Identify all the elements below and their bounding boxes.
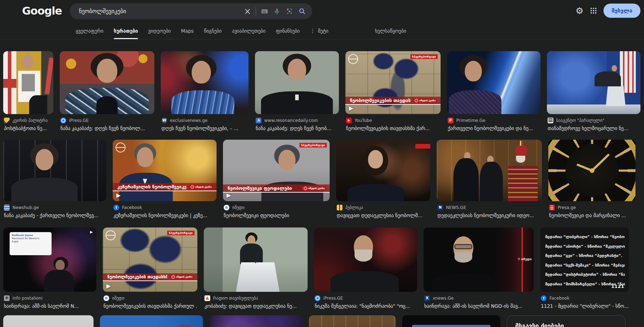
result-thumbnail[interactable] — [204, 227, 308, 292]
related-searches-panel[interactable]: მსგავსი ძიებები — [507, 315, 626, 327]
result-thumbnail[interactable] — [161, 51, 249, 114]
imedi-kvira-logo: იმედის კვირა — [188, 184, 214, 189]
tab-all[interactable]: ყველაფერი — [76, 22, 103, 39]
image-result[interactable]: კეზერაშვილის ნეობოლშევიკები იმედის კვირა… — [113, 140, 217, 219]
result-thumbnail[interactable]: მოძრაობა ქალთა Movement for Women's Publ… — [3, 227, 96, 292]
result-title[interactable]: კეზერაშვილის ნეობოლშევიკები | კეზე... — [113, 212, 217, 219]
play-icon[interactable]: ▶ — [116, 193, 121, 198]
search-input[interactable] — [78, 7, 244, 15]
result-title[interactable]: კობახიძე: დავიცვათ დედაეკლესია ნე... — [204, 302, 308, 310]
decor — [453, 158, 479, 201]
result-thumbnail[interactable] — [3, 51, 53, 114]
result-thumbnail[interactable] — [447, 51, 541, 114]
result-thumbnail[interactable]: სპეცრეპორტაჟი ნეობოლშევიკების თავდასხმა … — [345, 51, 441, 114]
image-result[interactable]: PPrimetime.Ge ქართველი ნეობოლშევიკები და… — [447, 51, 541, 132]
settings-gear-icon[interactable]: ⚙ — [576, 6, 584, 15]
result-title[interactable]: ნეობოლშევიკების თავდასხმა ქართულ ... — [103, 302, 197, 310]
result-title[interactable]: ნეობოლშევიკი და მარგინალი ... — [549, 212, 635, 219]
search-box[interactable]: × — [70, 3, 312, 19]
tab-more[interactable]: ⋮მეტი — [310, 22, 329, 39]
search-icon[interactable] — [298, 7, 306, 15]
image-result[interactable]: Newshub.ge ნანა კაკაბაძე - ქართველი ნეობ… — [3, 140, 106, 219]
lens-icon[interactable] — [286, 7, 293, 15]
result-thumbnail[interactable] — [60, 51, 154, 114]
result-thumbnail[interactable] — [314, 227, 417, 292]
result-title[interactable]: ხაინდრავა: აშშ-ის საელჩომ N... — [4, 302, 96, 310]
play-icon[interactable]: ▶ — [227, 193, 231, 198]
image-result[interactable]: iPress.GE ნანა კაკაბაძე: დღეს ჩვენ ნეობო… — [60, 51, 154, 132]
tab-flights[interactable]: ავიაბილეთები — [232, 22, 265, 39]
result-thumbnail[interactable]: კეზერაშვილის ნეობოლშევიკები იმედის კვირა… — [113, 140, 217, 201]
result-title[interactable]: ნანა კაკაბაძე - ქართველი ნეობოლშევ... — [4, 212, 106, 219]
keyboard-icon[interactable] — [261, 7, 268, 15]
decor — [520, 141, 521, 146]
image-result[interactable]: მცდარია “ლიბერალი” - სწორია “ნეობოლშევიკ… — [540, 227, 629, 310]
result-title[interactable]: ნეობოლშევიკი ფეოდალები — [224, 212, 330, 219]
image-result[interactable]: Presa.ge ნეობოლშევიკი და მარგინალი ... — [548, 140, 635, 219]
image-result[interactable]: NNEWS.GE დედაეკლესიას ნეობოლშევიკური იდე… — [437, 140, 542, 219]
clear-icon[interactable]: × — [244, 7, 251, 16]
tab-videos[interactable]: ვიდეოები — [148, 22, 171, 39]
result-title[interactable]: ნეობოლშევიკების თავდასხმა ქარ... — [346, 125, 441, 132]
image-result[interactable] — [209, 315, 303, 327]
result-title[interactable]: დედაეკლესიას ნეობოლშევიკური იდეო... — [437, 212, 542, 219]
image-result[interactable]: სპეცრეპორტაჟი ნეობოლშევიკების თავდასხმა … — [103, 227, 197, 310]
result-thumbnail[interactable]: იმედი — [424, 227, 534, 292]
image-result[interactable]: სპეცრეპორტაჟი ნეობოლშევიკი ფეოდალები იმე… — [223, 140, 330, 219]
decor — [516, 156, 525, 163]
imedi-dot-icon — [304, 187, 307, 190]
source-row: eიმედი — [224, 204, 330, 210]
tab-finance[interactable]: ფინანსები — [276, 22, 300, 39]
play-icon[interactable]: ▶ — [106, 283, 111, 289]
result-thumbnail[interactable]: სპეცრეპორტაჟი ნეობოლშევიკების თავდასხმა … — [103, 227, 197, 292]
decor — [449, 90, 501, 114]
result-title[interactable]: ნანა კაკაბაძე: დღეს ჩვენ ნეობ... — [256, 125, 339, 132]
image-result[interactable]: რადიო თავისუფლება კობახიძე: დავიცვათ დედ… — [204, 227, 308, 310]
image-result[interactable]: პუბლიკა დავიცვათ დედაეკლესია ნეობოლშ... — [336, 140, 430, 219]
google-logo[interactable]: Google — [22, 5, 62, 17]
image-result[interactable]: კვირის პალიტრა პოსტსაბჭოთა ნე... — [3, 51, 53, 132]
source-row: fFacebook — [541, 295, 629, 301]
result-title[interactable]: დღეს ჩვენ ნეობოლშევიკები, – ... — [161, 125, 249, 132]
result-title[interactable]: თანამედროვე ხელმოცარული ნე... — [548, 125, 640, 132]
result-title[interactable]: ხაინდრავა: აშშ-ის საელჩომ NGO-ის შავ... — [424, 302, 534, 310]
play-icon[interactable]: ▶ — [349, 106, 353, 111]
image-result[interactable]: iPress.GE ნიკუშა შენგელაია: "ნაცმოძრაობა… — [314, 227, 417, 310]
image-result[interactable] — [3, 315, 94, 327]
result-thumbnail[interactable] — [255, 51, 339, 114]
image-result[interactable]: სპეცრეპორტაჟი ნეობოლშევიკების თავდასხმა … — [345, 51, 441, 132]
tab-images[interactable]: სურათები — [114, 22, 138, 39]
result-thumbnail[interactable] — [547, 51, 640, 114]
tab-books[interactable]: წიგნები — [204, 22, 222, 39]
image-result[interactable] — [309, 315, 396, 327]
image-result[interactable]: იმედი Xxnews.Ge ხაინდრავა: აშშ-ის საელჩო… — [424, 227, 534, 310]
result-thumbnail[interactable] — [3, 140, 106, 201]
image-result[interactable]: სააგენტო "პარალელი" თანამედროვე ხელმოცარ… — [547, 51, 640, 132]
microphone-icon[interactable] — [273, 7, 281, 15]
result-thumbnail-text-card[interactable]: მცდარია “ლიბერალი” - სწორია “ნეობოლშევიკ… — [540, 227, 629, 292]
result-title[interactable]: 1121 - მცდარია "ლიბერალი" - სწო... — [541, 302, 629, 310]
image-result[interactable] — [100, 315, 203, 327]
result-thumbnail[interactable] — [3, 315, 94, 327]
sign-in-button[interactable]: შესვლა — [603, 4, 640, 18]
result-title[interactable]: ქართველი ნეობოლშევიკები და ნე... — [448, 125, 541, 132]
result-thumbnail[interactable] — [437, 140, 542, 201]
result-title[interactable]: პოსტსაბჭოთა ნე... — [4, 125, 53, 132]
tools-button[interactable]: ხელსაწყოები — [375, 22, 406, 39]
result-thumbnail[interactable] — [309, 315, 396, 327]
result-thumbnail[interactable] — [548, 140, 635, 201]
image-result[interactable]: Wexclusivenews.ge დღეს ჩვენ ნეობოლშევიკე… — [161, 51, 249, 132]
result-thumbnail[interactable] — [209, 315, 303, 327]
result-title[interactable]: ნანა კაკაბაძე: დღეს ჩვენ ნეობოლ... — [60, 125, 154, 132]
result-thumbnail[interactable] — [402, 315, 500, 327]
result-title[interactable]: დავიცვათ დედაეკლესია ნეობოლშ... — [337, 212, 430, 219]
image-result[interactable]: მოძრაობა ქალთა Movement for Women's Publ… — [3, 227, 96, 310]
image-result[interactable] — [402, 315, 500, 327]
result-thumbnail[interactable]: სპეცრეპორტაჟი ნეობოლშევიკი ფეოდალები იმე… — [223, 140, 330, 201]
tab-maps[interactable]: Maps — [181, 22, 194, 39]
result-thumbnail[interactable] — [336, 140, 430, 201]
result-thumbnail[interactable] — [100, 315, 203, 327]
result-title[interactable]: ნიკუშა შენგელაია: "ნაცმოძრაობა" "ოც... — [315, 302, 417, 310]
image-result[interactable]: hwww.resonancedaily.com ნანა კაკაბაძე: დ… — [255, 51, 339, 132]
apps-grid-icon[interactable] — [589, 6, 598, 15]
